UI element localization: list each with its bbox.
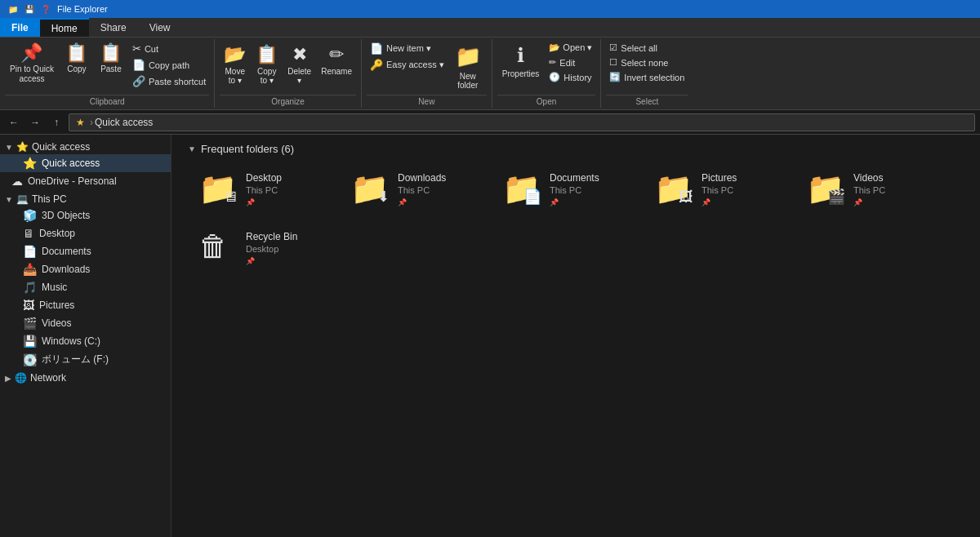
folder-grid: 📁 🖥 Desktop This PC 📌 📁 ⬇ Downloads This xyxy=(188,166,964,271)
new-folder-button[interactable]: 📁 Newfolder xyxy=(449,41,487,93)
documents-icon: 📄 xyxy=(23,245,37,258)
edit-button[interactable]: ✏ Edit xyxy=(546,55,595,69)
select-all-button[interactable]: ☑ Select all xyxy=(606,41,688,55)
move-to-icon: 📂 xyxy=(224,44,246,65)
sidebar-item-windows-c[interactable]: 💾 Windows (C:) xyxy=(0,332,171,350)
ribbon-group-select: ☑ Select all ☐ Select none 🔄 Invert sele… xyxy=(601,39,693,108)
folder-name-downloads: Downloads xyxy=(398,172,446,184)
3d-objects-icon: 🧊 xyxy=(23,209,37,222)
paste-shortcut-button[interactable]: 🔗 Paste shortcut xyxy=(129,73,209,89)
delete-button[interactable]: ✖ Delete▾ xyxy=(283,41,315,88)
easy-access-icon: 🔑 xyxy=(370,59,383,71)
delete-icon: ✖ xyxy=(292,44,307,65)
copy-to-button[interactable]: 📋 Copyto ▾ xyxy=(252,41,282,88)
downloads-overlay-icon: ⬇ xyxy=(377,188,390,206)
quick-access-star-icon: ★ xyxy=(76,117,85,128)
invert-selection-icon: 🔄 xyxy=(609,72,621,82)
folder-name-documents: Documents xyxy=(550,172,599,184)
sidebar-item-pictures[interactable]: 🖼 Pictures xyxy=(0,296,171,314)
open-button[interactable]: 📂 Open ▾ xyxy=(546,41,595,55)
quick-access-icon[interactable]: 💾 xyxy=(23,2,36,16)
sidebar-item-videos[interactable]: 🎬 Videos xyxy=(0,314,171,332)
sidebar-section-this-pc[interactable]: ▼ 💻 This PC xyxy=(0,190,171,206)
edit-icon: ✏ xyxy=(549,57,556,68)
easy-access-button[interactable]: 🔑 Easy access ▾ xyxy=(367,57,448,73)
recycle-bin-icon: 🗑 xyxy=(198,229,228,263)
sidebar-item-desktop[interactable]: 🖥 Desktop xyxy=(0,224,171,242)
tab-view[interactable]: View xyxy=(138,18,182,37)
paste-button[interactable]: 📋 Paste xyxy=(95,41,127,77)
chevron-right-icon: ▼ xyxy=(5,195,13,204)
move-to-button[interactable]: 📂 Moveto ▾ xyxy=(220,41,250,88)
pin-to-quick-access-button[interactable]: 📌 Pin to Quickaccess xyxy=(5,41,59,87)
ribbon-group-new: 📄 New item ▾ 🔑 Easy access ▾ 📁 Newfolder… xyxy=(362,39,492,108)
documents-overlay-icon: 📄 xyxy=(523,188,541,206)
back-button[interactable]: ← xyxy=(5,113,23,131)
rename-button[interactable]: ✏ Rename xyxy=(317,41,356,79)
folder-sub-videos: This PC xyxy=(853,185,885,195)
cut-button[interactable]: ✂ Cut xyxy=(129,41,209,56)
menu-bar: File Home Share View xyxy=(0,18,980,38)
folder-sub-pictures: This PC xyxy=(702,185,737,195)
folder-item-recycle-bin[interactable]: 🗑 Recycle Bin Desktop 📌 xyxy=(191,225,330,271)
invert-selection-button[interactable]: 🔄 Invert selection xyxy=(606,70,688,84)
forward-button[interactable]: → xyxy=(26,113,44,131)
drive-c-icon: 💾 xyxy=(23,335,37,348)
open-icon: 📂 xyxy=(549,42,560,53)
onedrive-icon: ☁ xyxy=(11,175,23,188)
window-title: File Explorer xyxy=(57,4,108,14)
ribbon: 📌 Pin to Quickaccess 📋 Copy 📋 Paste ✂ Cu… xyxy=(0,38,980,110)
tab-file[interactable]: File xyxy=(0,18,40,37)
up-button[interactable]: ↑ xyxy=(47,113,65,131)
folder-item-documents[interactable]: 📁 📄 Documents This PC 📌 xyxy=(495,166,634,212)
properties-button[interactable]: ℹ Properties xyxy=(497,41,545,82)
new-item-button[interactable]: 📄 New item ▾ xyxy=(367,41,448,56)
folder-name-pictures: Pictures xyxy=(702,172,737,184)
sidebar-item-music[interactable]: 🎵 Music xyxy=(0,278,171,296)
tab-home[interactable]: Home xyxy=(40,18,89,37)
sidebar-item-3d-objects[interactable]: 🧊 3D Objects xyxy=(0,206,171,224)
address-path[interactable]: ★ › Quick access xyxy=(69,113,975,131)
clipboard-label: Clipboard xyxy=(5,95,209,106)
sidebar-item-volume-f[interactable]: 💽 ボリューム (F:) xyxy=(0,350,171,369)
folder-item-pictures[interactable]: 📁 🖼 Pictures This PC 📌 xyxy=(647,166,786,212)
help-icon[interactable]: ❓ xyxy=(39,2,52,16)
ribbon-group-organize: 📂 Moveto ▾ 📋 Copyto ▾ ✖ Delete▾ ✏ Rename… xyxy=(215,39,362,108)
folder-name-recycle: Recycle Bin xyxy=(246,231,297,242)
videos-icon: 🎬 xyxy=(23,317,37,330)
music-icon: 🎵 xyxy=(23,281,37,294)
folder-item-downloads[interactable]: 📁 ⬇ Downloads This PC 📌 xyxy=(343,166,482,212)
select-none-icon: ☐ xyxy=(609,57,617,68)
copy-button[interactable]: 📋 Copy xyxy=(60,41,93,77)
quick-access-star-icon: ⭐ xyxy=(16,141,29,153)
this-pc-icon: 💻 xyxy=(16,193,29,205)
tab-share[interactable]: Share xyxy=(89,18,138,37)
folder-sub-downloads: This PC xyxy=(398,185,446,195)
sidebar-item-downloads[interactable]: 📥 Downloads xyxy=(0,260,171,278)
new-label: New xyxy=(367,95,487,106)
new-folder-icon: 📁 xyxy=(455,44,481,69)
paste-shortcut-icon: 🔗 xyxy=(132,75,145,87)
sidebar-item-documents[interactable]: 📄 Documents xyxy=(0,242,171,260)
window-icon: 📁 xyxy=(7,2,20,16)
select-none-button[interactable]: ☐ Select none xyxy=(606,55,688,69)
title-bar-icons: 📁 💾 ❓ xyxy=(7,2,52,16)
ribbon-group-clipboard: 📌 Pin to Quickaccess 📋 Copy 📋 Paste ✂ Cu… xyxy=(0,39,215,108)
quick-access-pin-icon: ⭐ xyxy=(23,157,37,170)
pin-icon-downloads: 📌 xyxy=(398,198,446,206)
section-title: Frequent folders (6) xyxy=(201,143,294,155)
sidebar: ▼ ⭐ Quick access ⭐ Quick access ☁ OneDri… xyxy=(0,135,172,537)
sidebar-item-quick-access-active[interactable]: ⭐ Quick access xyxy=(0,154,171,172)
sidebar-item-onedrive[interactable]: ☁ OneDrive - Personal xyxy=(0,172,171,190)
folder-name-desktop: Desktop xyxy=(246,172,282,184)
sidebar-section-quick-access[interactable]: ▼ ⭐ Quick access xyxy=(0,138,171,154)
folder-name-videos: Videos xyxy=(853,172,885,184)
sidebar-section-network[interactable]: ▶ 🌐 Network xyxy=(0,369,171,385)
copy-path-button[interactable]: 📄 Copy path xyxy=(129,57,209,73)
folder-item-videos[interactable]: 📁 🎬 Videos This PC 📌 xyxy=(799,166,938,212)
title-bar: 📁 💾 ❓ File Explorer xyxy=(0,0,980,18)
rename-icon: ✏ xyxy=(329,44,344,65)
history-button[interactable]: 🕐 History xyxy=(546,70,595,84)
desktop-overlay-icon: 🖥 xyxy=(223,189,238,206)
folder-item-desktop[interactable]: 📁 🖥 Desktop This PC 📌 xyxy=(191,166,330,212)
